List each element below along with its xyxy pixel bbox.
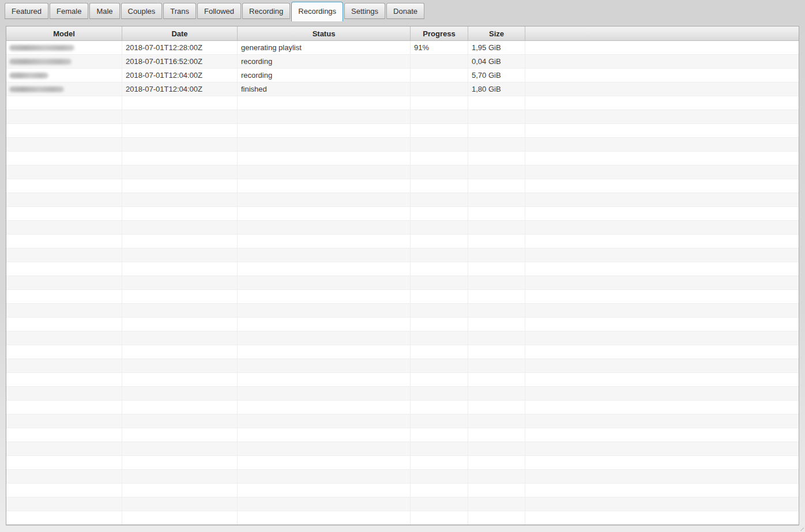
cell-size: [468, 152, 525, 165]
tab-trans[interactable]: Trans: [163, 3, 196, 19]
cell-date: [122, 221, 238, 234]
column-header-date[interactable]: Date: [122, 27, 238, 41]
cell-filler: [525, 69, 799, 82]
cell-model: [6, 138, 122, 151]
cell-model: [6, 428, 122, 442]
cell-filler: [525, 262, 799, 276]
cell-status: [238, 345, 411, 359]
cell-date: [122, 304, 238, 317]
cell-filler: [525, 345, 799, 359]
cell-filler: [525, 290, 799, 303]
tab-recording[interactable]: Recording: [242, 3, 290, 19]
table-row-empty[interactable]: [6, 470, 799, 484]
table-row-empty[interactable]: [6, 318, 799, 331]
cell-status: [238, 331, 411, 345]
cell-size: [468, 165, 525, 179]
table-row-empty[interactable]: [6, 428, 799, 442]
table-row-empty[interactable]: [6, 124, 799, 138]
cell-progress: [411, 387, 468, 400]
table-row-empty[interactable]: [6, 511, 799, 525]
table-row-empty[interactable]: [6, 345, 799, 359]
table-row-empty[interactable]: [6, 497, 799, 511]
cell-model: [6, 179, 122, 193]
table-row[interactable]: 2018-07-01T12:04:00Zrecording5,70 GiB: [6, 69, 799, 82]
cell-date: [122, 428, 238, 442]
cell-date: [122, 414, 238, 428]
cell-size: [468, 456, 525, 469]
column-header-size[interactable]: Size: [468, 27, 525, 41]
table-row-empty[interactable]: [6, 96, 799, 110]
tab-featured[interactable]: Featured: [5, 3, 48, 19]
cell-status: [238, 207, 411, 220]
table-row-empty[interactable]: [6, 401, 799, 414]
table-row-empty[interactable]: [6, 235, 799, 248]
cell-status: [238, 110, 411, 123]
cell-status: [238, 497, 411, 511]
table-row-empty[interactable]: [6, 207, 799, 221]
tab-donate[interactable]: Donate: [386, 3, 424, 19]
cell-filler: [525, 456, 799, 469]
tab-couples[interactable]: Couples: [121, 3, 163, 19]
column-header-status[interactable]: Status: [238, 27, 411, 41]
cell-date: [122, 387, 238, 400]
table-row-empty[interactable]: [6, 152, 799, 165]
table-row-empty[interactable]: [6, 304, 799, 318]
table-row-empty[interactable]: [6, 484, 799, 497]
table-row-empty[interactable]: [6, 442, 799, 456]
table-row-empty[interactable]: [6, 110, 799, 124]
table-row-empty[interactable]: [6, 248, 799, 262]
cell-progress: [411, 442, 468, 455]
table-row[interactable]: 2018-07-01T16:52:00Zrecording0,04 GiB: [6, 55, 799, 69]
table-row-empty[interactable]: [6, 165, 799, 179]
cell-size: [468, 373, 525, 386]
cell-model: [6, 497, 122, 511]
cell-date: [122, 262, 238, 276]
cell-date: [122, 110, 238, 123]
cell-size: 1,80 GiB: [468, 82, 525, 96]
cell-date: [122, 497, 238, 511]
cell-date: [122, 442, 238, 455]
cell-progress: [411, 193, 468, 206]
cell-status: [238, 359, 411, 372]
cell-size: [468, 442, 525, 455]
table-row-empty[interactable]: [6, 221, 799, 235]
cell-size: [468, 138, 525, 151]
table-row[interactable]: 2018-07-01T12:04:00Zfinished1,80 GiB: [6, 82, 799, 96]
column-header-progress[interactable]: Progress: [411, 27, 468, 41]
tab-male[interactable]: Male: [89, 3, 119, 19]
cell-date: 2018-07-01T12:04:00Z: [122, 69, 238, 82]
table-row-empty[interactable]: [6, 373, 799, 387]
cell-model: [6, 55, 122, 68]
table-row-empty[interactable]: [6, 331, 799, 345]
tab-followed[interactable]: Followed: [197, 3, 241, 19]
cell-size: [468, 193, 525, 206]
table-row-empty[interactable]: [6, 456, 799, 470]
table-row-empty[interactable]: [6, 276, 799, 290]
cell-progress: [411, 497, 468, 511]
tab-female[interactable]: Female: [50, 3, 88, 19]
table-row-empty[interactable]: [6, 414, 799, 428]
table-row-empty[interactable]: [6, 387, 799, 401]
table-row-empty[interactable]: [6, 359, 799, 373]
cell-model: [6, 345, 122, 359]
cell-progress: [411, 331, 468, 345]
cell-size: [468, 124, 525, 137]
cell-status: [238, 235, 411, 248]
table-row-empty[interactable]: [6, 290, 799, 304]
cell-model: [6, 318, 122, 331]
table-row[interactable]: 2018-07-01T12:28:00Zgenerating playlist9…: [6, 41, 799, 55]
cell-filler: [525, 124, 799, 137]
column-header-model[interactable]: Model: [6, 27, 122, 41]
tab-settings[interactable]: Settings: [344, 3, 385, 19]
recordings-table: ModelDateStatusProgressSize 2018-07-01T1…: [6, 26, 799, 525]
cell-progress: [411, 373, 468, 386]
tab-recordings[interactable]: Recordings: [291, 2, 343, 21]
cell-size: [468, 110, 525, 123]
cell-status: [238, 165, 411, 179]
table-row-empty[interactable]: [6, 138, 799, 152]
table-row-empty[interactable]: [6, 179, 799, 193]
cell-date: [122, 165, 238, 179]
table-row-empty[interactable]: [6, 262, 799, 276]
table-row-empty[interactable]: [6, 193, 799, 207]
cell-model: [6, 414, 122, 428]
